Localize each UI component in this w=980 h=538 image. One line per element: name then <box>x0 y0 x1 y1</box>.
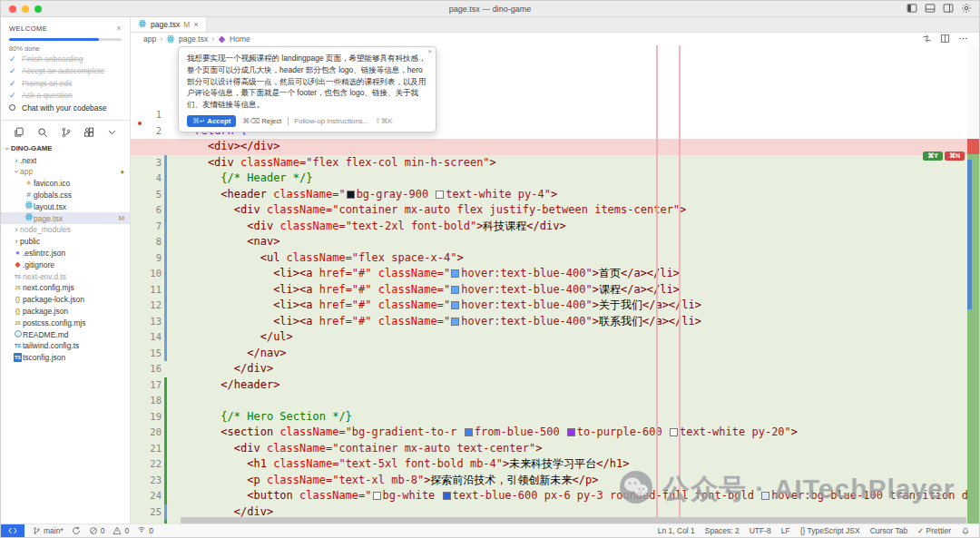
diff-accept-button[interactable]: ⌘Y <box>923 152 943 161</box>
tree-item-layout-tsx[interactable]: layout.tsx <box>1 201 130 212</box>
scrollbar-handle[interactable] <box>967 160 972 309</box>
horizontal-scrollbar[interactable] <box>181 517 966 523</box>
code-line[interactable]: 20 <section className="bg-gradient-to-r … <box>131 425 979 441</box>
welcome-item-prompt-an-edit[interactable]: ✓Prompt an edit <box>9 77 122 90</box>
welcome-item-accept-an-autocomplete[interactable]: ✓Accept an autocomplete <box>9 65 122 78</box>
chevron-down-icon[interactable] <box>107 127 117 137</box>
tree-item-package-lock-json[interactable]: {}package-lock.json <box>1 294 130 306</box>
tree-item-public[interactable]: ›public <box>1 236 130 248</box>
tree-item-tsconfig-json[interactable]: TStsconfig.json <box>1 352 130 364</box>
code-line[interactable]: 10 <li><a href="#" className="hover:text… <box>131 266 979 282</box>
diff-reject-button[interactable]: ⌘N <box>945 152 965 161</box>
welcome-item-chat-with-your-codebase[interactable]: Chat with your codebase <box>9 102 122 114</box>
chevron-expanded-icon[interactable]: › <box>3 145 12 152</box>
code-line[interactable]: 3 <div className="flex flex-col min-h-sc… <box>131 155 979 171</box>
tree-item--next[interactable]: ›.next <box>1 154 130 166</box>
tab-page-tsx[interactable]: page.tsx M × <box>131 17 207 32</box>
welcome-item-label: Ask a question <box>22 91 73 100</box>
status-warning[interactable]: 0 <box>113 526 129 535</box>
welcome-item-finish-onboarding[interactable]: ✓Finish onboarding <box>9 53 122 65</box>
status-ln-1-col-1[interactable]: Ln 1, Col 1 <box>658 526 695 535</box>
more-actions-icon[interactable] <box>958 34 968 44</box>
code-editor[interactable]: 1export default function Home() {2 retur… <box>131 45 979 523</box>
code-line[interactable]: 5 <header className="bg-gray-900 text-wh… <box>131 187 979 203</box>
code-line-deleted[interactable]: <div></div> <box>131 139 979 155</box>
status-cursor-tab[interactable]: Cursor Tab <box>870 526 907 535</box>
code-line[interactable]: 11 <li><a href="#" className="hover:text… <box>131 282 979 298</box>
tree-root-dino-game[interactable]: ›DINO-GAME <box>1 143 130 155</box>
status-lf[interactable]: LF <box>781 526 790 535</box>
reject-button[interactable]: ⌘⌫Reject <box>242 117 281 125</box>
close-icon[interactable]: × <box>427 47 432 55</box>
open-changes-icon[interactable] <box>922 34 932 44</box>
tree-item-favicon-ico[interactable]: ★favicon.ico <box>1 178 130 190</box>
code-line[interactable]: 22 <h1 className="text-5xl font-bold mb-… <box>131 456 979 473</box>
status-bell[interactable] <box>961 526 970 535</box>
tree-item-node-modules[interactable]: ›node_modules <box>1 224 130 236</box>
breadcrumb-item-page-tsx[interactable]: page.tsx <box>179 34 208 44</box>
code-line[interactable]: 8 <nav> <box>131 234 979 250</box>
line-number: 11 <box>131 282 162 298</box>
code-line[interactable]: 6 <div className="container mx-auto flex… <box>131 202 979 219</box>
status-utf-8[interactable]: UTF-8 <box>750 526 771 535</box>
status-remote[interactable] <box>1 524 24 537</box>
layout-sidebar-left-icon[interactable] <box>906 3 917 14</box>
chevron-expanded-icon[interactable]: › <box>12 168 21 175</box>
chevron-collapsed-icon[interactable]: › <box>13 156 20 165</box>
tree-item-postcss-config-mjs[interactable]: JSpostcss.config.mjs <box>1 317 130 328</box>
code-line[interactable]: 15 </nav> <box>131 346 979 362</box>
layout-sidebar-right-icon[interactable] <box>943 3 954 14</box>
welcome-item-ask-a-question[interactable]: ✓Ask a question <box>9 90 122 103</box>
modified-dot-badge: ● <box>120 168 124 176</box>
tree-item-tailwind-config-ts[interactable]: TStailwind.config.ts <box>1 340 130 352</box>
code-line[interactable]: 17 </header> <box>131 377 979 394</box>
chevron-collapsed-icon[interactable]: › <box>13 237 20 246</box>
explorer-icon[interactable] <box>14 127 24 138</box>
close-icon[interactable]: × <box>116 24 122 33</box>
error-icon <box>89 526 98 535</box>
code-line[interactable]: 16 </div> <box>131 361 979 377</box>
source-control-icon[interactable] <box>61 127 72 138</box>
split-editor-icon[interactable] <box>940 34 950 44</box>
breadcrumb-item-home[interactable]: Home <box>230 34 250 44</box>
tree-item-next-config-mjs[interactable]: JSnext.config.mjs <box>1 282 130 294</box>
status--typescript-jsx[interactable]: {} TypeScript JSX <box>800 526 860 535</box>
status-spaces-2[interactable]: Spaces: 2 <box>705 526 740 535</box>
tree-item-next-env-d-ts[interactable]: TSnext-env.d.ts <box>1 270 130 282</box>
layout-panel-icon[interactable] <box>925 3 936 14</box>
chevron-collapsed-icon[interactable]: › <box>13 225 20 234</box>
tree-item--gitignore[interactable]: ◆.gitignore <box>1 259 130 270</box>
tree-item-package-json[interactable]: {}package.json <box>1 306 130 318</box>
extensions-icon[interactable] <box>83 127 94 138</box>
tree-item--eslintrc-json[interactable]: ●.eslintrc.json <box>1 248 130 259</box>
tree-item-globals-css[interactable]: #globals.css <box>1 190 130 201</box>
breadcrumb[interactable]: app›page.tsx›Home <box>131 33 979 45</box>
search-icon[interactable] <box>37 127 48 138</box>
code-line[interactable]: 13 <li><a href="#" className="hover:text… <box>131 314 979 330</box>
code-line[interactable]: 12 <li><a href="#" className="hover:text… <box>131 298 979 314</box>
code-line[interactable]: 4 {/* Header */} <box>131 171 979 187</box>
tree-item-page-tsx[interactable]: page.tsxM <box>1 212 130 224</box>
code-line[interactable]: 7 <div className="text-2xl font-bold">科技… <box>131 219 979 235</box>
code-line[interactable]: 9 <ul className="flex space-x-4"> <box>131 250 979 267</box>
status-error[interactable]: 0 <box>89 526 105 535</box>
code-line[interactable]: 18 <box>131 393 979 409</box>
status-branch[interactable]: main* <box>33 526 64 535</box>
status-feedback[interactable]: 0 <box>137 526 153 535</box>
overview-ruler[interactable] <box>967 45 979 523</box>
tree-item-app[interactable]: ›app● <box>1 166 130 178</box>
code-line[interactable]: 19 {/* Hero Section */} <box>131 409 979 426</box>
status--prettier[interactable]: ✓ Prettier <box>917 526 951 535</box>
code-line[interactable]: 24 <button className="bg-white text-blue… <box>131 488 979 504</box>
tree-item-readme-md[interactable]: iREADME.md <box>1 328 130 340</box>
accept-button[interactable]: ⌘↵Accept <box>187 115 236 127</box>
close-icon[interactable]: × <box>193 20 198 29</box>
breadcrumb-item-app[interactable]: app <box>143 34 156 44</box>
tree-item-label: next.config.mjs <box>23 283 74 292</box>
followup-input[interactable]: Follow-up instructions... <box>288 117 368 125</box>
code-line[interactable]: 14 </ul> <box>131 329 979 346</box>
settings-gear-icon[interactable] <box>961 3 972 14</box>
status-sync[interactable] <box>72 526 81 535</box>
code-line[interactable]: 21 <div className="container mx-auto tex… <box>131 441 979 457</box>
code-line[interactable]: 23 <p className="text-xl mb-8">探索前沿技术，引领… <box>131 473 979 489</box>
